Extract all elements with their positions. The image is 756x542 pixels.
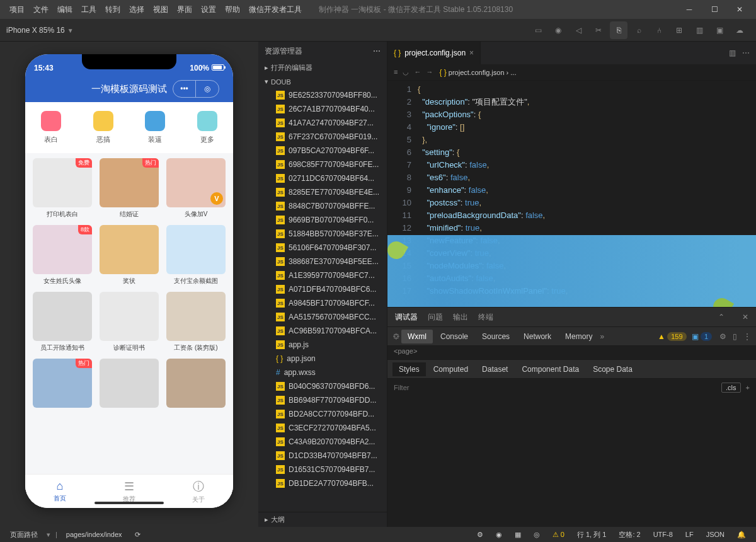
list-icon[interactable]: ≡ bbox=[394, 68, 398, 76]
bookmark-icon[interactable]: ◡ bbox=[403, 68, 409, 76]
cls-button[interactable]: .cls bbox=[721, 383, 741, 393]
menu-转到[interactable]: 转到 bbox=[101, 5, 125, 14]
device-icon[interactable]: ▭ bbox=[529, 21, 547, 39]
breadcrumb[interactable]: { } project.config.json › ... bbox=[439, 68, 516, 77]
capsule-menu[interactable]: ••• bbox=[173, 81, 196, 97]
split-editor-icon[interactable]: ▥ bbox=[729, 49, 736, 57]
file-item[interactable]: JS56106F64707094BF307... bbox=[258, 241, 387, 255]
menu-界面[interactable]: 界面 bbox=[173, 5, 197, 14]
menu-选择[interactable]: 选择 bbox=[125, 5, 149, 14]
file-item[interactable]: JSD1CD33B4707094BFB7... bbox=[258, 449, 387, 463]
file-item[interactable]: JS388687E3707094BF5EE... bbox=[258, 255, 387, 268]
component-data-tab[interactable]: Component Data bbox=[515, 362, 585, 376]
language-mode[interactable]: JSON bbox=[702, 531, 728, 538]
file-item[interactable]: JS51884BB5707094BF37E... bbox=[258, 227, 387, 241]
cut-icon[interactable]: ✂ bbox=[590, 21, 607, 39]
card-item[interactable]: 热门结婚证 bbox=[98, 158, 160, 219]
file-item[interactable]: JSC3ECF272707094BFA5... bbox=[258, 421, 387, 435]
file-item[interactable]: JS9E625233707094BFF80... bbox=[258, 88, 387, 102]
menu-工具[interactable]: 工具 bbox=[77, 5, 101, 14]
card-item[interactable]: 工资条 (装穷版) bbox=[165, 292, 227, 352]
warnings-icon[interactable]: ⚠ 0 bbox=[549, 531, 568, 539]
sync-icon[interactable]: ⟳ bbox=[131, 531, 144, 539]
file-item[interactable]: JS9669B7B0707094BFF0... bbox=[258, 213, 387, 227]
dataset-tab[interactable]: Dataset bbox=[476, 362, 514, 376]
card-item[interactable]: 奖状 bbox=[98, 225, 160, 285]
file-item[interactable]: JSC43A9B20707094BFA2... bbox=[258, 435, 387, 449]
cursor-position[interactable]: 行 1, 列 1 bbox=[573, 530, 610, 539]
add-style-icon[interactable]: + bbox=[746, 384, 750, 391]
close-icon[interactable]: × bbox=[469, 49, 474, 57]
close-panel-icon[interactable]: ✕ bbox=[742, 313, 748, 321]
project-section[interactable]: ▾DOUB bbox=[258, 75, 387, 88]
extensions-icon[interactable]: ⊞ bbox=[670, 21, 688, 39]
collapse-icon[interactable]: ⌃ bbox=[718, 313, 724, 321]
menu-文件[interactable]: 文件 bbox=[29, 5, 53, 14]
menu-帮助[interactable]: 帮助 bbox=[220, 5, 244, 14]
eol[interactable]: LF bbox=[682, 531, 697, 538]
card-item[interactable]: 诊断证明书 bbox=[98, 292, 160, 352]
menu-设置[interactable]: 设置 bbox=[197, 5, 220, 14]
git-icon[interactable]: ⑃ bbox=[650, 21, 668, 39]
file-item[interactable]: JSA9845BF1707094BFCF... bbox=[258, 296, 387, 310]
bell-icon[interactable]: 🔔 bbox=[733, 531, 750, 539]
card-item[interactable] bbox=[98, 359, 160, 410]
quick-item[interactable]: 装逼 bbox=[129, 111, 181, 144]
file-item[interactable]: JS8285E7E7707094BFE4E... bbox=[258, 185, 387, 199]
quick-item[interactable]: 恶搞 bbox=[77, 111, 130, 144]
card-item[interactable] bbox=[165, 359, 227, 410]
file-item[interactable]: JS26C7A1B7707094BF40... bbox=[258, 102, 387, 116]
layout-icon[interactable]: ▥ bbox=[690, 21, 708, 39]
card-item[interactable]: 支付宝余额截图 bbox=[165, 225, 227, 285]
file-item[interactable]: JS698C85F7707094BF0FE... bbox=[258, 158, 387, 171]
search-icon[interactable]: ⌕ bbox=[630, 21, 648, 39]
file-item[interactable]: JSA071DFB4707094BFC6... bbox=[258, 282, 387, 296]
file-item[interactable]: #app.wxss bbox=[258, 366, 387, 379]
file-item[interactable]: JS67F237C6707094BF019... bbox=[258, 130, 387, 144]
settings-icon[interactable]: ⚙ bbox=[473, 531, 487, 539]
copy-icon[interactable]: ⎘ bbox=[610, 21, 627, 39]
code-editor[interactable]: 1234567891011121314151617 { "description… bbox=[387, 81, 756, 307]
file-item[interactable]: JSA1E39597707094BFC7... bbox=[258, 268, 387, 282]
file-item[interactable]: JSB040C963707094BFD6... bbox=[258, 379, 387, 393]
close-button[interactable]: ✕ bbox=[728, 1, 751, 18]
indentation[interactable]: 空格: 2 bbox=[615, 530, 644, 539]
computed-tab[interactable]: Computed bbox=[427, 362, 474, 376]
menu-项目[interactable]: 项目 bbox=[5, 5, 29, 14]
file-item[interactable]: JSBB6948F7707094BFDD... bbox=[258, 393, 387, 407]
file-item[interactable]: JS8848C7B0707094BFFE... bbox=[258, 199, 387, 213]
cloud-icon[interactable]: ☁ bbox=[731, 21, 748, 39]
outline-section[interactable]: ▸大纲 bbox=[258, 512, 387, 527]
more-actions-icon[interactable]: ⋯ bbox=[742, 49, 750, 57]
terminal-icon[interactable]: ▣ bbox=[711, 21, 728, 39]
problems-tab[interactable]: 问题 bbox=[428, 312, 443, 323]
settings-icon[interactable]: ⚙ bbox=[719, 332, 726, 341]
target-icon[interactable]: ◎ bbox=[530, 531, 544, 539]
eye-icon[interactable]: ◉ bbox=[492, 531, 506, 539]
encoding[interactable]: UTF-8 bbox=[650, 531, 677, 538]
inspect-icon[interactable]: ⯐ bbox=[392, 332, 400, 341]
card-item[interactable]: 免费打印机表白 bbox=[32, 158, 93, 219]
styles-tab[interactable]: Styles bbox=[392, 362, 426, 376]
file-item[interactable]: JSD16531C5707094BFB7... bbox=[258, 463, 387, 476]
file-item[interactable]: JSDB1DE2A7707094BFB... bbox=[258, 476, 387, 490]
explorer-more-icon[interactable]: ⋯ bbox=[373, 47, 381, 55]
file-item[interactable]: JS097B5CA2707094BF6F... bbox=[258, 144, 387, 158]
debugger-tab[interactable]: 调试器 bbox=[395, 312, 418, 323]
terminal-tab[interactable]: 终端 bbox=[478, 312, 493, 323]
record-icon[interactable]: ◉ bbox=[549, 21, 567, 39]
mute-icon[interactable]: ◁ bbox=[570, 21, 587, 39]
kebab-icon[interactable]: ⋮ bbox=[743, 332, 751, 341]
device-selector[interactable]: iPhone X 85% 16▼ bbox=[6, 26, 74, 35]
menu-微信开发者工具[interactable]: 微信开发者工具 bbox=[244, 5, 306, 14]
file-item[interactable]: JSBD2A8CC7707094BFD... bbox=[258, 407, 387, 421]
file-item[interactable]: { }app.json bbox=[258, 352, 387, 366]
card-item[interactable]: 员工开除通知书 bbox=[32, 292, 93, 352]
warning-badge[interactable]: ▲ 159 bbox=[658, 332, 687, 341]
file-item[interactable]: JS02711DC6707094BF64... bbox=[258, 171, 387, 185]
memory-tab[interactable]: Memory bbox=[559, 330, 598, 343]
menu-视图[interactable]: 视图 bbox=[149, 5, 173, 14]
opened-editors-section[interactable]: ▸打开的编辑器 bbox=[258, 61, 387, 75]
sources-tab[interactable]: Sources bbox=[476, 330, 516, 343]
console-tab[interactable]: Console bbox=[434, 330, 474, 343]
